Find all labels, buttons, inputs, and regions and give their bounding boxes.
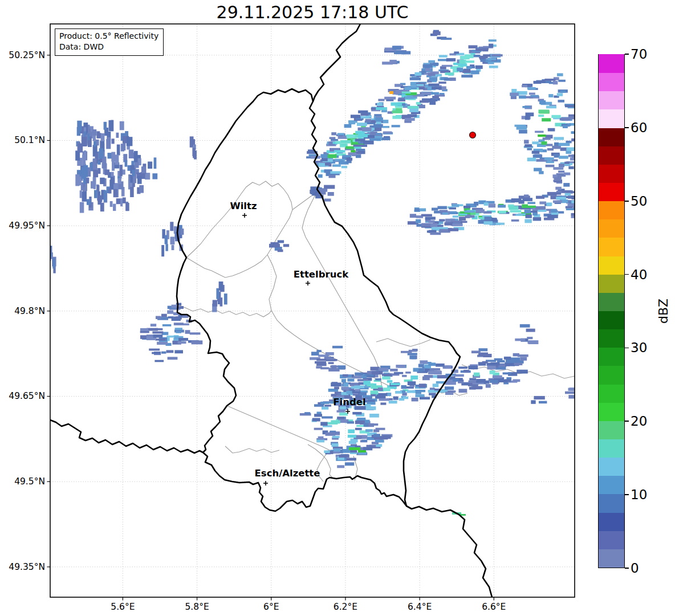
colorbar-segment	[599, 292, 624, 311]
y-tick-label: 49.5°N	[14, 476, 45, 487]
colorbar-segment	[599, 512, 624, 531]
colorbar-segment	[599, 219, 624, 238]
colorbar-tick-label: 40	[631, 267, 647, 282]
colorbar-tick-mark	[625, 201, 629, 202]
colorbar-tick-mark	[625, 494, 629, 495]
colorbar-segment	[599, 201, 624, 219]
radar-figure: 29.11.2025 17:18 UTC WiltzEttelbruckFind…	[0, 0, 675, 616]
city-label: Findel	[333, 397, 365, 407]
colorbar-tick-label: 30	[631, 340, 647, 355]
map-canvas: WiltzEttelbruckFindelEsch/Alzette	[0, 0, 675, 616]
colorbar-segment	[599, 54, 624, 73]
colorbar-segment	[599, 402, 624, 421]
colorbar-segment	[599, 164, 624, 183]
y-tick-label: 50.25°N	[9, 50, 45, 60]
colorbar-segment	[599, 182, 624, 201]
data-source-line: Data: DWD	[59, 42, 158, 52]
x-tick-label: 5.8°E	[185, 602, 209, 612]
y-tick-label: 49.35°N	[9, 562, 45, 572]
colorbar-segment	[599, 421, 624, 439]
colorbar-tick-mark	[625, 568, 629, 569]
colorbar-segment	[599, 72, 624, 91]
x-tick-label: 6.4°E	[408, 602, 432, 612]
product-line: Product: 0.5° Reflectivity	[59, 31, 158, 42]
colorbar-segment	[599, 365, 624, 384]
colorbar-segment	[599, 439, 624, 458]
x-tick-label: 6.2°E	[334, 602, 357, 612]
colorbar-tick-mark	[625, 127, 629, 128]
echo-accent	[389, 91, 393, 94]
y-tick-label: 49.95°N	[9, 221, 45, 231]
city-label: Esch/Alzette	[255, 468, 320, 479]
city-label: Wiltz	[230, 201, 257, 211]
product-info-box: Product: 0.5° Reflectivity Data: DWD	[55, 28, 164, 56]
echo-accent	[358, 450, 366, 452]
colorbar	[598, 54, 625, 568]
colorbar-tick-label: 70	[631, 47, 647, 62]
colorbar-segment	[599, 91, 624, 109]
x-tick-label: 6.6°E	[482, 602, 506, 612]
colorbar-segment	[599, 145, 624, 164]
colorbar-tick-mark	[625, 348, 629, 349]
x-tick-label: 5.6°E	[111, 602, 135, 612]
x-tick-label: 6°E	[263, 602, 279, 612]
colorbar-tick-label: 20	[631, 414, 647, 429]
colorbar-segment	[599, 475, 624, 494]
colorbar-tick-mark	[625, 54, 629, 55]
colorbar-segment	[599, 127, 624, 146]
city-label: Ettelbruck	[294, 269, 349, 280]
colorbar-tick-label: 10	[631, 487, 647, 502]
y-tick-label: 50.1°N	[14, 135, 45, 145]
colorbar-segment	[599, 530, 624, 549]
map-background	[50, 24, 575, 597]
y-tick-label: 49.8°N	[14, 306, 45, 316]
radar-site-marker	[470, 132, 476, 138]
colorbar-segment	[599, 329, 624, 348]
colorbar-segment	[599, 237, 624, 256]
colorbar-tick-label: 60	[631, 120, 647, 135]
colorbar-tick-label: 0	[631, 561, 639, 576]
colorbar-segment	[599, 109, 624, 128]
colorbar-axis-label: dBZ	[656, 299, 670, 324]
colorbar-tick-mark	[625, 274, 629, 275]
colorbar-segment	[599, 457, 624, 476]
colorbar-segment	[599, 274, 624, 292]
colorbar-segment	[599, 255, 624, 274]
echo-accent	[349, 447, 360, 450]
colorbar-segment	[599, 384, 624, 402]
y-tick-label: 49.65°N	[9, 391, 45, 401]
colorbar-segment	[599, 493, 624, 512]
colorbar-tick-mark	[625, 421, 629, 422]
colorbar-segment	[599, 347, 624, 366]
colorbar-segment	[599, 311, 624, 329]
colorbar-tick-label: 50	[631, 194, 647, 209]
colorbar-segment	[599, 549, 624, 568]
